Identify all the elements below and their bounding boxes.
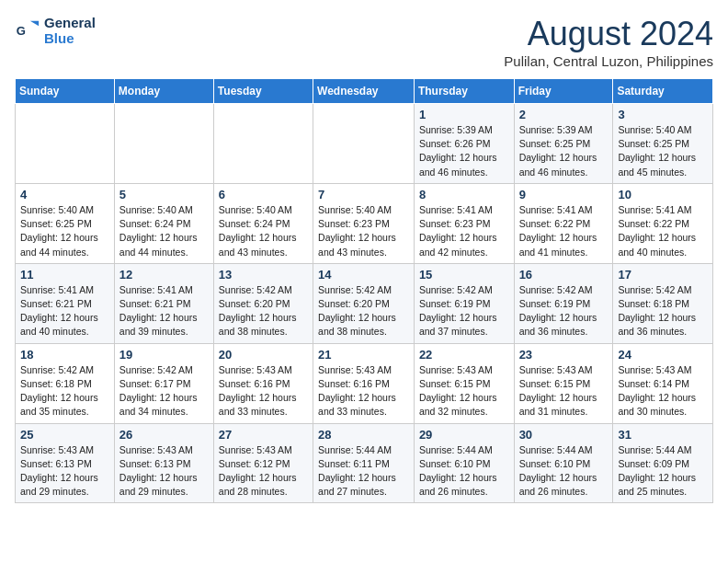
calendar-cell: 10Sunrise: 5:41 AMSunset: 6:22 PMDayligh… xyxy=(613,183,713,263)
calendar-cell: 18Sunrise: 5:42 AMSunset: 6:18 PMDayligh… xyxy=(16,343,115,423)
day-info: Sunrise: 5:43 AMSunset: 6:16 PMDaylight:… xyxy=(219,363,308,419)
location-title: Pulilan, Central Luzon, Philippines xyxy=(504,53,713,69)
calendar-cell: 12Sunrise: 5:41 AMSunset: 6:21 PMDayligh… xyxy=(114,263,213,343)
day-info: Sunrise: 5:42 AMSunset: 6:18 PMDaylight:… xyxy=(20,363,109,419)
day-info: Sunrise: 5:40 AMSunset: 6:25 PMDaylight:… xyxy=(618,123,708,179)
day-number: 18 xyxy=(20,348,109,362)
weekday-header-monday: Monday xyxy=(114,79,213,104)
day-info: Sunrise: 5:41 AMSunset: 6:21 PMDaylight:… xyxy=(20,283,109,339)
weekday-header-friday: Friday xyxy=(514,79,613,104)
day-number: 25 xyxy=(20,428,109,442)
calendar-cell: 4Sunrise: 5:40 AMSunset: 6:25 PMDaylight… xyxy=(16,183,115,263)
day-number: 22 xyxy=(419,348,509,362)
day-number: 13 xyxy=(219,268,308,282)
day-info: Sunrise: 5:41 AMSunset: 6:22 PMDaylight:… xyxy=(618,203,708,259)
logo-line1: General xyxy=(44,15,96,30)
day-number: 26 xyxy=(119,428,209,442)
day-info: Sunrise: 5:40 AMSunset: 6:24 PMDaylight:… xyxy=(219,203,308,259)
calendar-cell: 9Sunrise: 5:41 AMSunset: 6:22 PMDaylight… xyxy=(514,183,613,263)
day-info: Sunrise: 5:42 AMSunset: 6:19 PMDaylight:… xyxy=(519,283,609,339)
calendar-cell xyxy=(16,104,115,184)
calendar-cell: 14Sunrise: 5:42 AMSunset: 6:20 PMDayligh… xyxy=(313,263,415,343)
logo: G General Blue xyxy=(15,15,96,46)
day-info: Sunrise: 5:40 AMSunset: 6:25 PMDaylight:… xyxy=(20,203,109,259)
day-number: 2 xyxy=(519,108,609,121)
calendar-cell: 2Sunrise: 5:39 AMSunset: 6:25 PMDaylight… xyxy=(514,104,613,184)
day-number: 7 xyxy=(318,188,409,201)
calendar-cell: 20Sunrise: 5:43 AMSunset: 6:16 PMDayligh… xyxy=(213,343,313,423)
day-number: 11 xyxy=(20,268,109,282)
day-info: Sunrise: 5:43 AMSunset: 6:15 PMDaylight:… xyxy=(419,363,509,419)
day-info: Sunrise: 5:44 AMSunset: 6:10 PMDaylight:… xyxy=(519,443,609,500)
day-number: 19 xyxy=(119,348,209,362)
day-number: 5 xyxy=(119,188,209,201)
day-info: Sunrise: 5:44 AMSunset: 6:10 PMDaylight:… xyxy=(419,443,509,500)
calendar-cell: 7Sunrise: 5:40 AMSunset: 6:23 PMDaylight… xyxy=(313,183,415,263)
day-info: Sunrise: 5:43 AMSunset: 6:13 PMDaylight:… xyxy=(20,443,109,500)
day-number: 8 xyxy=(419,188,509,201)
day-number: 28 xyxy=(318,428,409,442)
day-number: 15 xyxy=(419,268,509,282)
weekday-header-thursday: Thursday xyxy=(414,79,514,104)
day-number: 1 xyxy=(419,108,509,121)
day-info: Sunrise: 5:43 AMSunset: 6:13 PMDaylight:… xyxy=(119,443,209,500)
month-title: August 2024 xyxy=(504,15,713,53)
calendar-cell: 3Sunrise: 5:40 AMSunset: 6:25 PMDaylight… xyxy=(613,104,713,184)
calendar-cell: 30Sunrise: 5:44 AMSunset: 6:10 PMDayligh… xyxy=(514,423,613,503)
day-info: Sunrise: 5:43 AMSunset: 6:14 PMDaylight:… xyxy=(618,363,708,419)
calendar-cell xyxy=(213,104,313,184)
day-info: Sunrise: 5:40 AMSunset: 6:23 PMDaylight:… xyxy=(318,203,409,259)
day-number: 17 xyxy=(618,268,708,282)
calendar-cell xyxy=(313,104,415,184)
calendar-cell: 13Sunrise: 5:42 AMSunset: 6:20 PMDayligh… xyxy=(213,263,313,343)
svg-text:G: G xyxy=(17,24,26,38)
weekday-header-tuesday: Tuesday xyxy=(213,79,313,104)
day-info: Sunrise: 5:42 AMSunset: 6:20 PMDaylight:… xyxy=(318,283,409,339)
page-header: G General Blue August 2024 Pulilan, Cent… xyxy=(15,15,713,69)
title-block: August 2024 Pulilan, Central Luzon, Phil… xyxy=(504,15,713,69)
svg-marker-1 xyxy=(30,21,39,27)
day-number: 4 xyxy=(20,188,109,201)
day-number: 9 xyxy=(519,188,609,201)
day-info: Sunrise: 5:43 AMSunset: 6:16 PMDaylight:… xyxy=(318,363,409,419)
calendar-cell: 15Sunrise: 5:42 AMSunset: 6:19 PMDayligh… xyxy=(414,263,514,343)
day-info: Sunrise: 5:39 AMSunset: 6:25 PMDaylight:… xyxy=(519,123,609,179)
calendar-cell: 23Sunrise: 5:43 AMSunset: 6:15 PMDayligh… xyxy=(514,343,613,423)
day-info: Sunrise: 5:39 AMSunset: 6:26 PMDaylight:… xyxy=(419,123,509,179)
day-info: Sunrise: 5:42 AMSunset: 6:18 PMDaylight:… xyxy=(618,283,708,339)
day-info: Sunrise: 5:44 AMSunset: 6:09 PMDaylight:… xyxy=(618,443,708,500)
calendar-cell: 21Sunrise: 5:43 AMSunset: 6:16 PMDayligh… xyxy=(313,343,415,423)
weekday-header-sunday: Sunday xyxy=(16,79,115,104)
calendar-table: SundayMondayTuesdayWednesdayThursdayFrid… xyxy=(15,78,713,503)
day-number: 16 xyxy=(519,268,609,282)
day-info: Sunrise: 5:43 AMSunset: 6:12 PMDaylight:… xyxy=(219,443,308,500)
day-number: 14 xyxy=(318,268,409,282)
weekday-header-wednesday: Wednesday xyxy=(313,79,415,104)
calendar-cell: 28Sunrise: 5:44 AMSunset: 6:11 PMDayligh… xyxy=(313,423,415,503)
logo-icon: G xyxy=(15,17,40,43)
calendar-cell: 22Sunrise: 5:43 AMSunset: 6:15 PMDayligh… xyxy=(414,343,514,423)
calendar-cell: 19Sunrise: 5:42 AMSunset: 6:17 PMDayligh… xyxy=(114,343,213,423)
calendar-cell: 6Sunrise: 5:40 AMSunset: 6:24 PMDaylight… xyxy=(213,183,313,263)
calendar-cell: 26Sunrise: 5:43 AMSunset: 6:13 PMDayligh… xyxy=(114,423,213,503)
day-info: Sunrise: 5:42 AMSunset: 6:17 PMDaylight:… xyxy=(119,363,209,419)
calendar-cell: 8Sunrise: 5:41 AMSunset: 6:23 PMDaylight… xyxy=(414,183,514,263)
day-info: Sunrise: 5:40 AMSunset: 6:24 PMDaylight:… xyxy=(119,203,209,259)
calendar-cell: 25Sunrise: 5:43 AMSunset: 6:13 PMDayligh… xyxy=(16,423,115,503)
day-info: Sunrise: 5:44 AMSunset: 6:11 PMDaylight:… xyxy=(318,443,409,500)
day-number: 10 xyxy=(618,188,708,201)
calendar-cell: 27Sunrise: 5:43 AMSunset: 6:12 PMDayligh… xyxy=(213,423,313,503)
day-number: 20 xyxy=(219,348,308,362)
day-info: Sunrise: 5:41 AMSunset: 6:22 PMDaylight:… xyxy=(519,203,609,259)
calendar-cell xyxy=(114,104,213,184)
calendar-cell: 17Sunrise: 5:42 AMSunset: 6:18 PMDayligh… xyxy=(613,263,713,343)
day-number: 6 xyxy=(219,188,308,201)
weekday-header-saturday: Saturday xyxy=(613,79,713,104)
day-info: Sunrise: 5:41 AMSunset: 6:23 PMDaylight:… xyxy=(419,203,509,259)
calendar-cell: 31Sunrise: 5:44 AMSunset: 6:09 PMDayligh… xyxy=(613,423,713,503)
day-info: Sunrise: 5:43 AMSunset: 6:15 PMDaylight:… xyxy=(519,363,609,419)
day-info: Sunrise: 5:41 AMSunset: 6:21 PMDaylight:… xyxy=(119,283,209,339)
day-number: 24 xyxy=(618,348,708,362)
day-number: 27 xyxy=(219,428,308,442)
day-number: 31 xyxy=(618,428,708,442)
